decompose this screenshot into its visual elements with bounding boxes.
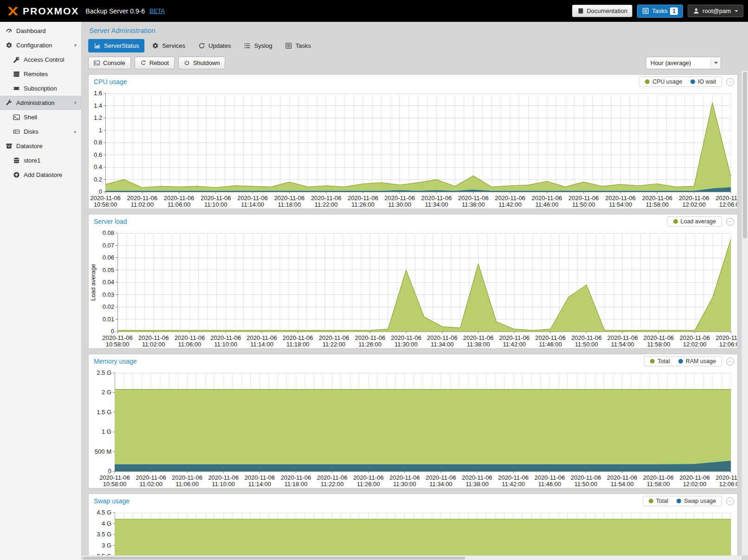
tab-updates[interactable]: Updates xyxy=(193,39,236,52)
sidebar-item-dashboard[interactable]: Dashboard xyxy=(0,24,81,38)
tab-serverstatus[interactable]: ServerStatus xyxy=(88,39,144,52)
legend-dot-icon xyxy=(678,359,683,364)
proxmox-x-icon xyxy=(7,5,20,18)
svg-text:0.01: 0.01 xyxy=(103,316,114,323)
svg-text:500 M: 500 M xyxy=(95,448,111,455)
legend-dot-icon xyxy=(673,219,678,224)
svg-text:11:02:00: 11:02:00 xyxy=(130,201,154,208)
svg-text:11:14:00: 11:14:00 xyxy=(250,341,273,348)
documentation-label: Documentation xyxy=(587,7,627,14)
scrollbar-thumb[interactable] xyxy=(743,72,747,238)
caret-down-icon xyxy=(735,10,738,12)
sidebar-item-administration[interactable]: Administration ▾ xyxy=(0,96,81,110)
product-version: Backup Server 0.9-6 xyxy=(85,7,145,15)
svg-text:2020-11-06: 2020-11-06 xyxy=(568,195,599,202)
legend-dot-icon xyxy=(690,79,695,84)
legend-dot-icon xyxy=(676,499,681,503)
svg-text:2020-11-06: 2020-11-06 xyxy=(136,474,166,481)
sidebar-item-shell[interactable]: Shell xyxy=(0,110,81,124)
svg-text:2020-11-06: 2020-11-06 xyxy=(172,474,202,481)
collapse-panel-button[interactable]: − xyxy=(726,218,734,226)
vertical-scrollbar[interactable] xyxy=(741,71,748,555)
svg-text:2.5 G: 2.5 G xyxy=(97,369,111,376)
legend-label: RAM usage xyxy=(686,358,716,365)
sidebar-item-subscription[interactable]: Subscription xyxy=(0,81,81,96)
svg-text:2020-11-06: 2020-11-06 xyxy=(427,334,458,341)
legend-dot-icon xyxy=(649,499,653,503)
documentation-button[interactable]: Documentation xyxy=(572,5,632,17)
svg-text:10:58:00: 10:58:00 xyxy=(103,481,127,488)
collapse-panel-button[interactable]: − xyxy=(726,78,734,86)
svg-text:11:38:00: 11:38:00 xyxy=(466,481,489,488)
legend-item: Swap usage xyxy=(676,498,716,504)
panel-memory-usage: Memory usage TotalRAM usage − 0500 M1 G1… xyxy=(88,354,738,488)
gear-icon xyxy=(6,42,13,49)
svg-text:1 G: 1 G xyxy=(102,428,111,435)
svg-text:2020-11-06: 2020-11-06 xyxy=(679,474,710,481)
tab-syslog[interactable]: Syslog xyxy=(238,39,278,52)
sidebar-item-label: store1 xyxy=(24,157,40,164)
svg-text:11:54:00: 11:54:00 xyxy=(609,201,632,208)
svg-text:2020-11-06: 2020-11-06 xyxy=(495,195,526,202)
svg-text:11:14:00: 11:14:00 xyxy=(248,481,271,488)
collapse-panel-button[interactable]: − xyxy=(726,497,734,505)
svg-text:2020-11-06: 2020-11-06 xyxy=(391,334,422,341)
console-button[interactable]: Console xyxy=(88,57,131,69)
triangle-down-icon xyxy=(714,62,718,64)
svg-text:11:58:00: 11:58:00 xyxy=(647,341,670,348)
svg-text:0.6: 0.6 xyxy=(94,151,102,158)
svg-text:2020-11-06: 2020-11-06 xyxy=(715,195,737,202)
chevron-down-icon[interactable]: ▾ xyxy=(74,100,77,106)
svg-text:2020-11-06: 2020-11-06 xyxy=(90,195,121,202)
legend-label: IO wait xyxy=(698,78,716,85)
reboot-button[interactable]: Reboot xyxy=(135,57,175,69)
scrollbar-thumb[interactable] xyxy=(83,557,465,560)
svg-text:12:06:00: 12:06:00 xyxy=(719,201,737,208)
legend-label: Load average xyxy=(681,218,716,225)
sidebar-item-add-datastore[interactable]: Add Datastore xyxy=(0,168,81,182)
sidebar-item-configuration[interactable]: Configuration ▾ xyxy=(0,38,81,52)
svg-text:2020-11-06: 2020-11-06 xyxy=(311,195,342,202)
legend-label: CPU usage xyxy=(652,78,682,85)
sidebar-item-disks[interactable]: Disks ▸ xyxy=(0,124,81,139)
chevron-down-icon[interactable]: ▾ xyxy=(74,42,77,48)
svg-text:2020-11-06: 2020-11-06 xyxy=(426,474,456,481)
svg-text:10:58:00: 10:58:00 xyxy=(106,341,130,348)
svg-text:1: 1 xyxy=(99,127,102,134)
horizontal-scrollbar[interactable] xyxy=(82,555,741,560)
svg-text:2020-11-06: 2020-11-06 xyxy=(715,334,737,341)
svg-text:2020-11-06: 2020-11-06 xyxy=(237,195,268,202)
svg-text:11:26:00: 11:26:00 xyxy=(358,341,382,348)
main-content: Server Administration ServerStatus Servi… xyxy=(82,22,748,560)
chevron-right-icon[interactable]: ▸ xyxy=(74,129,77,135)
tasks-label: Tasks xyxy=(652,7,667,14)
server-load-chart: 00.010.020.030.040.050.060.070.082020-11… xyxy=(89,228,737,348)
svg-text:2020-11-06: 2020-11-06 xyxy=(498,474,529,481)
tab-tasks[interactable]: Tasks xyxy=(280,39,316,52)
svg-text:2020-11-06: 2020-11-06 xyxy=(642,195,673,202)
sidebar-item-access-control[interactable]: Access Control xyxy=(0,52,81,67)
svg-text:2020-11-06: 2020-11-06 xyxy=(607,334,638,341)
sidebar-item-store1[interactable]: store1 xyxy=(0,153,81,168)
tasks-button[interactable]: Tasks 1 xyxy=(637,5,683,18)
beta-link[interactable]: BETA xyxy=(150,7,165,14)
legend-item: RAM usage xyxy=(678,358,716,365)
svg-text:11:34:00: 11:34:00 xyxy=(425,201,448,208)
svg-text:2020-11-06: 2020-11-06 xyxy=(463,334,494,341)
tab-label: Syslog xyxy=(254,42,272,49)
panel-server-load: Server load Load average − 00.010.020.03… xyxy=(88,214,738,349)
tab-label: Tasks xyxy=(295,42,311,49)
tab-services[interactable]: Services xyxy=(146,39,191,52)
reboot-icon xyxy=(140,60,146,66)
hard-drive-icon xyxy=(13,128,20,135)
shutdown-button[interactable]: Shutdown xyxy=(178,57,226,69)
svg-text:11:06:00: 11:06:00 xyxy=(176,481,199,488)
timeframe-select[interactable]: Hour (average) xyxy=(646,57,721,69)
svg-text:0.03: 0.03 xyxy=(103,291,114,298)
user-menu-button[interactable]: root@pam xyxy=(688,5,743,17)
sidebar-item-remotes[interactable]: Remotes xyxy=(0,67,81,81)
collapse-panel-button[interactable]: − xyxy=(726,358,734,365)
combo-arrow[interactable] xyxy=(710,57,721,69)
sidebar-item-datastore[interactable]: Datastore xyxy=(0,139,81,153)
tasklist-icon xyxy=(642,7,649,14)
